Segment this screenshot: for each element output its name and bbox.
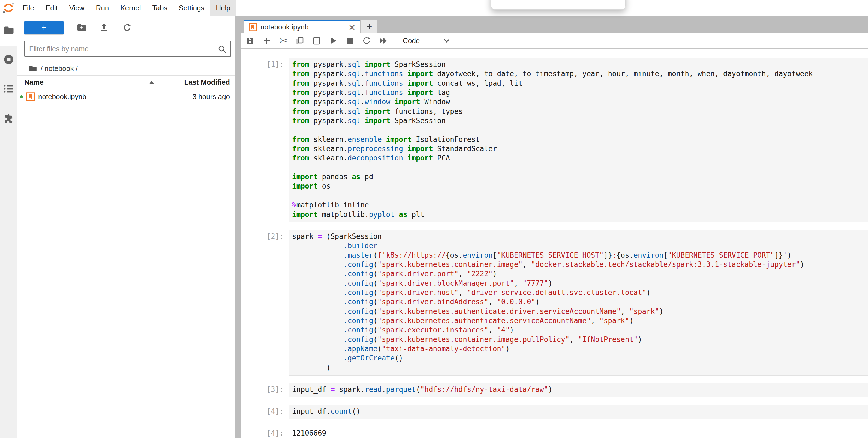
file-browser-panel: + <box>18 16 235 438</box>
tab-bar: notebook.ipynb × + <box>241 16 868 33</box>
cell-type-dropdown[interactable]: Code <box>403 36 420 45</box>
search-icon <box>218 45 227 54</box>
file-list-item[interactable]: notebook.ipynb 3 hours ago <box>18 89 235 104</box>
cell: [2]:spark = (SparkSession .builder .mast… <box>241 230 868 376</box>
file-name: notebook.ipynb <box>38 92 86 101</box>
cell-prompt: [4]: <box>241 405 288 419</box>
menu-item-tabs[interactable]: Tabs <box>147 0 173 16</box>
cells: [1]:from pyspark.sql import SparkSession… <box>241 58 868 437</box>
running-kernels-icon[interactable] <box>4 54 14 65</box>
menu-bar: FileEditViewRunKernelTabsSettingsHelp <box>0 0 868 16</box>
output-prompt: [4]: <box>241 427 288 437</box>
menu-item-settings[interactable]: Settings <box>173 0 210 16</box>
notebook-toolbar: ✂ C <box>241 33 868 49</box>
run-cell-icon[interactable] <box>329 36 337 45</box>
cell-editor[interactable]: from pyspark.sql import SparkSessionfrom… <box>288 58 868 223</box>
table-of-contents-icon[interactable] <box>4 84 13 93</box>
column-header-modified[interactable]: Last Modified <box>161 76 235 89</box>
kernel-running-dot <box>20 95 23 98</box>
notebook-tab-icon <box>249 23 257 31</box>
filter-files-input[interactable] <box>25 41 230 56</box>
file-browser-icon[interactable] <box>4 26 14 34</box>
file-list-header: Name Last Modified <box>18 75 235 89</box>
menu-item-run[interactable]: Run <box>90 0 115 16</box>
menu-item-edit[interactable]: Edit <box>40 0 64 16</box>
notebook-panel: notebook.ipynb × + ✂ <box>241 16 868 438</box>
stop-kernel-icon[interactable] <box>346 36 354 45</box>
jupyter-logo-icon <box>0 0 17 16</box>
output-text: 12106669 <box>288 427 868 437</box>
tab-notebook[interactable]: notebook.ipynb × <box>244 20 360 33</box>
cell-prompt: [3]: <box>241 383 288 397</box>
cell-output: [4]:12106669 <box>241 427 868 437</box>
paste-cells-icon[interactable] <box>312 36 321 45</box>
cell: [4]:input_df.count() <box>241 405 868 419</box>
activity-bar <box>0 46 18 438</box>
menu-item-view[interactable]: View <box>64 0 90 16</box>
upload-button[interactable] <box>100 23 110 32</box>
cell-prompt: [2]: <box>241 230 288 376</box>
cell-editor[interactable]: input_df.count() <box>288 405 868 419</box>
new-folder-button[interactable] <box>77 23 87 32</box>
refresh-button[interactable] <box>123 23 132 32</box>
home-folder-icon <box>29 65 37 72</box>
insert-cell-icon[interactable] <box>262 36 271 45</box>
menu-items: FileEditViewRunKernelTabsSettingsHelp <box>17 0 236 16</box>
column-header-name[interactable]: Name <box>18 78 161 87</box>
file-browser-toolbar: + <box>18 20 235 35</box>
notebook-content[interactable]: [1]:from pyspark.sql import SparkSession… <box>241 49 868 438</box>
tab-close-icon[interactable]: × <box>348 23 355 32</box>
breadcrumb-path: / notebook / <box>41 64 78 73</box>
restart-kernel-icon[interactable] <box>363 36 371 45</box>
cell-prompt: [1]: <box>241 58 288 223</box>
filter-box <box>24 41 231 57</box>
sort-ascending-icon <box>149 81 154 84</box>
menu-item-kernel[interactable]: Kernel <box>115 0 147 16</box>
new-launcher-button[interactable]: + <box>24 21 64 34</box>
cell: [3]:input_df = spark.read.parquet("hdfs:… <box>241 383 868 397</box>
breadcrumb[interactable]: / notebook / <box>29 64 78 74</box>
menu-item-file[interactable]: File <box>17 0 40 16</box>
cut-cells-icon[interactable]: ✂ <box>279 36 287 45</box>
cell: [1]:from pyspark.sql import SparkSession… <box>241 58 868 223</box>
cell-editor[interactable]: input_df = spark.read.parquet("hdfs://hd… <box>288 383 868 397</box>
tab-title: notebook.ipynb <box>260 23 308 31</box>
browser-popup[interactable]: github.com <box>491 0 626 9</box>
new-tab-button[interactable]: + <box>361 20 377 33</box>
cell-editor[interactable]: spark = (SparkSession .builder .master(f… <box>288 230 868 376</box>
chevron-down-icon[interactable] <box>443 38 450 43</box>
extensions-icon[interactable] <box>4 113 14 123</box>
copy-cells-icon[interactable] <box>296 36 304 45</box>
menu-item-help[interactable]: Help <box>210 0 236 16</box>
notebook-file-icon <box>26 92 35 101</box>
restart-run-all-icon[interactable] <box>379 36 387 45</box>
file-modified: 3 hours ago <box>192 92 235 101</box>
save-icon[interactable] <box>246 36 254 45</box>
